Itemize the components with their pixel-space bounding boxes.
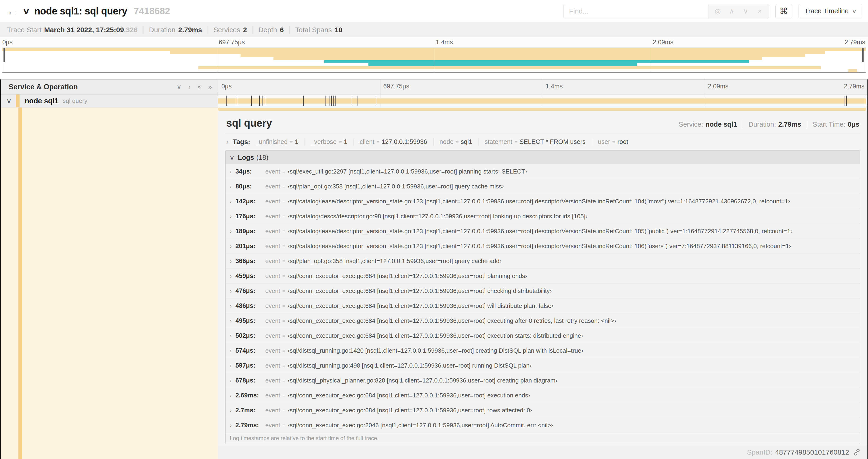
prev-result-icon[interactable]: ∧ [726, 7, 738, 15]
span-detail-area: sql query Service: node sql1 Duration: 2… [1, 107, 867, 459]
log-timestamp: 502μs: [236, 332, 263, 339]
copy-link-icon[interactable] [853, 448, 861, 456]
log-field: event [265, 228, 280, 235]
collapse-one-icon[interactable]: ∨ [177, 83, 182, 91]
log-row[interactable]: ›176μs:event=‹sql/catalog/descs/descript… [226, 209, 860, 224]
collapse-all-icon[interactable]: » [196, 85, 203, 89]
minimap-gridline [218, 48, 218, 72]
locate-icon[interactable]: ◎ [712, 7, 724, 15]
chevron-down-icon: ∨ [852, 8, 857, 14]
log-row[interactable]: ›366μs:event=‹sql/plan_opt.go:358 [nsql1… [226, 254, 860, 269]
log-timestamp: 486μs: [236, 302, 263, 309]
ruler-gridline [380, 79, 381, 94]
back-button[interactable]: ← [7, 5, 23, 17]
log-row[interactable]: ›678μs:event=‹sql/distsql_physical_plann… [226, 373, 860, 388]
logs-list: ›34μs:event=‹sql/exec_util.go:2297 [nsql… [226, 164, 860, 433]
trace-info-bar: Trace Start March 31 2022, 17:25:09 .326… [0, 22, 868, 37]
log-value: ‹sql/catalog/lease/descriptor_version_st… [288, 228, 793, 235]
tag-key: _verbose [311, 138, 337, 145]
detail-right-column: sql query Service: node sql1 Duration: 2… [218, 107, 867, 459]
logs-note: Log timestamps are relative to the start… [226, 433, 860, 443]
log-marker [265, 96, 265, 106]
trace-id: 7418682 [134, 6, 170, 16]
log-row[interactable]: ›502μs:event=‹sql/conn_executor_exec.go:… [226, 328, 860, 343]
log-row[interactable]: ›201μs:event=‹sql/catalog/lease/descript… [226, 239, 860, 254]
tag-key: user [598, 138, 611, 145]
chevron-right-icon: › [230, 333, 232, 339]
log-marker [334, 96, 334, 106]
chevron-down-icon: ∨ [229, 154, 235, 161]
spanid-label: SpanID: [747, 448, 772, 456]
logs-header[interactable]: ∨ Logs (18) [226, 151, 860, 164]
log-value: ‹sql/conn_executor_exec.go:684 [nsql1,cl… [288, 407, 532, 414]
log-row[interactable]: ›574μs:event=‹sql/distsql_running.go:142… [226, 343, 860, 358]
log-row[interactable]: ›597μs:event=‹sql/distsql_running.go:498… [226, 358, 860, 373]
duration-value: 2.79ms [778, 121, 801, 128]
duration-label: Duration [149, 26, 176, 34]
log-row[interactable]: ›2.69ms:event=‹sql/conn_executor_exec.go… [226, 388, 860, 403]
ruler-tick-label: 1.4ms [546, 83, 563, 90]
span-track[interactable] [218, 94, 867, 107]
divider [143, 26, 144, 34]
log-row[interactable]: ›476μs:event=‹sql/conn_executor_exec.go:… [226, 284, 860, 299]
view-select-dropdown[interactable]: Trace Timeline ∨ [798, 4, 862, 19]
minimap-canvas[interactable] [2, 47, 866, 73]
log-row[interactable]: ›80μs:event=‹sql/plan_opt.go:358 [nsql1,… [226, 179, 860, 194]
log-row[interactable]: ›486μs:event=‹sql/conn_executor_exec.go:… [226, 299, 860, 314]
divider [252, 26, 253, 34]
chevron-right-icon: › [230, 422, 232, 429]
log-timestamp: 176μs: [236, 213, 263, 220]
log-field: event [265, 168, 280, 175]
tag-key: statement [485, 138, 513, 145]
log-field: event [265, 287, 280, 295]
log-value: ‹sql/plan_opt.go:358 [nsql1,client=127.0… [288, 258, 501, 265]
chevron-right-icon: › [230, 243, 232, 250]
equals-sign: = [283, 229, 285, 234]
chevron-right-icon: › [230, 318, 232, 324]
tags-accordion[interactable]: › Tags: _unfinished=1_verbose=1client=12… [225, 133, 860, 149]
expand-all-icon[interactable]: » [208, 83, 212, 91]
span-name-cell[interactable]: ∨ node sql1 sql query [1, 94, 218, 107]
keyboard-shortcuts-button[interactable]: ⌘ [775, 4, 792, 19]
column-resize-handle[interactable]: ‖ [216, 91, 219, 98]
chevron-right-icon: › [230, 378, 232, 384]
log-row[interactable]: ›34μs:event=‹sql/exec_util.go:2297 [nsql… [226, 164, 860, 179]
log-row[interactable]: ›142μs:event=‹sql/catalog/lease/descript… [226, 194, 860, 209]
total-spans-label: Total Spans [295, 26, 332, 34]
trace-start-value: March 31 2022, 17:25:09 [44, 26, 124, 34]
duration-value: 2.79ms [178, 26, 202, 34]
start-time-value: 0μs [848, 121, 859, 128]
log-value: ‹sql/plan_opt.go:358 [nsql1,client=127.0… [288, 183, 504, 190]
log-value: ‹sql/conn_executor_exec.go:684 [nsql1,cl… [288, 302, 554, 309]
detail-header[interactable]: sql query Service: node sql1 Duration: 2… [225, 113, 860, 133]
minimap-tick-label: 1.4ms [436, 39, 453, 46]
equals-sign: = [283, 363, 285, 368]
find-input[interactable] [563, 4, 708, 18]
chevron-down-icon[interactable]: ∨ [6, 97, 12, 104]
log-timestamp: 142μs: [236, 198, 263, 205]
log-field: event [265, 317, 280, 324]
log-row[interactable]: ›2.79ms:event=‹sql/conn_executor_exec.go… [226, 418, 860, 433]
log-value: ‹sql/conn_executor_exec.go:684 [nsql1,cl… [288, 317, 616, 324]
minimap-right-scrubber-handle[interactable] [862, 48, 864, 62]
log-marker [262, 96, 262, 106]
log-row[interactable]: ›2.7ms:event=‹sql/conn_executor_exec.go:… [226, 403, 860, 418]
clear-search-icon[interactable]: × [754, 7, 766, 15]
log-marker [376, 96, 376, 106]
depth-value: 6 [280, 26, 284, 34]
next-result-icon[interactable]: ∨ [740, 7, 752, 15]
expand-one-icon[interactable]: › [189, 83, 191, 91]
log-field: event [265, 362, 280, 369]
log-timestamp: 189μs: [236, 228, 263, 235]
chevron-right-icon: › [226, 138, 228, 146]
log-row[interactable]: ›189μs:event=‹sql/catalog/lease/descript… [226, 224, 860, 239]
equals-sign: = [283, 378, 285, 384]
log-field: event [265, 213, 280, 220]
minimap-span-bar [274, 57, 762, 60]
ruler-tick-label: 2.09ms [708, 83, 729, 90]
trace-title-toggle[interactable]: ∨ node sql1: sql query 7418682 [23, 6, 170, 17]
log-row[interactable]: ›459μs:event=‹sql/conn_executor_exec.go:… [226, 269, 860, 284]
log-timestamp: 80μs: [236, 183, 263, 190]
log-row[interactable]: ›495μs:event=‹sql/conn_executor_exec.go:… [226, 314, 860, 328]
minimap-left-scrubber-handle[interactable] [3, 48, 5, 62]
